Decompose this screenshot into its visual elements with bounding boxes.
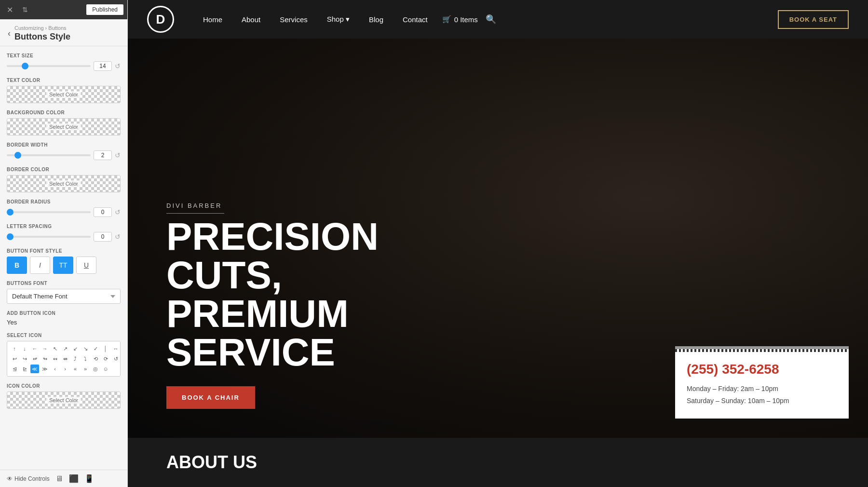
border-radius-value[interactable]: [94, 207, 112, 217]
border-width-slider[interactable]: [7, 154, 91, 156]
border-radius-slider[interactable]: [7, 211, 91, 213]
border-width-value[interactable]: [94, 150, 112, 160]
about-section: ABOUT US: [128, 438, 868, 487]
hero-cta-button[interactable]: BOOK A CHAIR: [166, 386, 255, 409]
icon-cell-3[interactable]: →: [41, 344, 49, 353]
cart-icon: 🛒: [442, 15, 451, 24]
icon-cell-33[interactable]: ›: [61, 365, 69, 373]
font-italic-button[interactable]: I: [30, 257, 50, 274]
font-underline-button[interactable]: U: [76, 257, 96, 274]
icon-cell-21[interactable]: ⤵: [81, 354, 90, 363]
font-tt-button[interactable]: TT: [53, 257, 73, 274]
bg-color-group: BACKGROUND COLOR Select Color: [7, 110, 121, 135]
border-width-row: ↺: [7, 150, 121, 160]
icon-cell-0[interactable]: ↑: [10, 344, 19, 353]
icon-cell-24[interactable]: ↺: [111, 354, 120, 363]
letter-spacing-reset[interactable]: ↺: [115, 233, 121, 241]
icon-cell-6[interactable]: ↙: [71, 344, 80, 353]
icon-cell-32[interactable]: ‹: [51, 365, 59, 373]
tablet-device-button[interactable]: ⬛: [69, 474, 79, 483]
select-icon-label: SELECT ICON: [7, 333, 121, 338]
border-color-group: BORDER COLOR Select Color: [7, 167, 121, 192]
hero-subtitle: DIVI BARBER: [166, 202, 224, 214]
bg-color-label: BACKGROUND COLOR: [7, 110, 121, 115]
icon-cell-7[interactable]: ↘: [81, 344, 90, 353]
nav-cart[interactable]: 🛒 0 Items: [442, 15, 478, 24]
border-radius-reset[interactable]: ↺: [115, 208, 121, 216]
close-button[interactable]: ✕: [4, 4, 15, 15]
icon-cell-10[interactable]: ↔: [111, 344, 120, 353]
nav-services[interactable]: Services: [270, 15, 317, 24]
add-button-icon-label: ADD BUTTON ICON: [7, 311, 121, 316]
icon-cell-37[interactable]: ☺: [101, 365, 110, 373]
nav-home[interactable]: Home: [193, 15, 232, 24]
border-radius-group: BORDER RADIUS ↺: [7, 199, 121, 217]
icon-cell-1[interactable]: ↓: [20, 344, 29, 353]
nav-links: Home About Services Shop ▾ Blog Contact …: [193, 14, 778, 25]
hide-controls-button[interactable]: 👁 Hide Controls: [7, 475, 50, 482]
icon-cell-29[interactable]: ⊵: [20, 365, 29, 373]
mobile-device-button[interactable]: 📱: [84, 474, 94, 483]
bg-color-placeholder: Select Color: [46, 123, 81, 130]
site-logo[interactable]: D: [147, 6, 174, 33]
icon-cell-35[interactable]: »: [81, 365, 90, 373]
nav-book-button[interactable]: BOOK A SEAT: [778, 10, 849, 29]
icon-cell-5[interactable]: ↗: [61, 344, 69, 353]
icon-cell-23[interactable]: ⟳: [101, 354, 110, 363]
text-size-value[interactable]: [94, 61, 112, 71]
nav-search[interactable]: 🔍: [486, 14, 496, 25]
info-card-body: (255) 352-6258 Monday – Friday: 2am – 10…: [675, 352, 849, 419]
letter-spacing-group: LETTER SPACING ↺: [7, 224, 121, 242]
icon-cell-9[interactable]: │: [101, 344, 110, 353]
text-color-swatch[interactable]: Select Color: [7, 86, 121, 103]
icon-cell-31[interactable]: ≫: [41, 365, 49, 373]
icon-cell-2[interactable]: ←: [30, 344, 39, 353]
nav-contact[interactable]: Contact: [393, 15, 437, 24]
icon-cell-8[interactable]: ✓: [91, 344, 100, 353]
icon-cell-30[interactable]: ≪: [30, 365, 39, 373]
icon-cell-36[interactable]: ◎: [91, 365, 100, 373]
icon-cell-14[interactable]: ↩: [10, 354, 19, 363]
panel-header-text: Customizing › Buttons Buttons Style: [14, 25, 70, 42]
letter-spacing-row: ↺: [7, 232, 121, 242]
desktop-device-button[interactable]: 🖥: [55, 474, 63, 483]
border-color-swatch[interactable]: Select Color: [7, 175, 121, 192]
text-size-reset[interactable]: ↺: [115, 62, 121, 70]
buttons-font-label: BUTTONS FONT: [7, 281, 121, 286]
icon-cell-20[interactable]: ⤴: [71, 354, 80, 363]
icon-cell-18[interactable]: ↭: [51, 354, 59, 363]
nav-blog[interactable]: Blog: [359, 15, 393, 24]
nav-about[interactable]: About: [232, 15, 270, 24]
buttons-font-select[interactable]: Default Theme Font Arial Georgia Verdana: [7, 289, 121, 304]
info-phone: (255) 352-6258: [687, 362, 837, 377]
letter-spacing-value[interactable]: [94, 232, 112, 242]
icon-cell-22[interactable]: ⟲: [91, 354, 100, 363]
border-color-label: BORDER COLOR: [7, 167, 121, 172]
info-card: (255) 352-6258 Monday – Friday: 2am – 10…: [675, 346, 849, 419]
icon-cell-15[interactable]: ↪: [20, 354, 29, 363]
eye-icon: 👁: [7, 475, 13, 482]
icon-cell-19[interactable]: ↮: [61, 354, 69, 363]
icon-cell-4[interactable]: ↖: [51, 344, 59, 353]
hide-controls-label: Hide Controls: [14, 475, 50, 482]
cart-count: 0 Items: [454, 15, 478, 24]
icon-cell-16[interactable]: ↫: [30, 354, 39, 363]
icon-cell-17[interactable]: ↬: [41, 354, 49, 363]
nav-shop[interactable]: Shop ▾: [317, 15, 359, 24]
border-width-reset[interactable]: ↺: [115, 151, 121, 159]
text-size-group: TEXT SIZE ↺: [7, 53, 121, 71]
controls-area: TEXT SIZE ↺ TEXT COLOR Select Color BACK…: [0, 46, 127, 470]
site-navigation: D Home About Services Shop ▾ Blog Contac…: [128, 0, 868, 39]
text-size-slider[interactable]: [7, 65, 91, 67]
back-button[interactable]: ‹: [8, 28, 11, 39]
letter-spacing-slider[interactable]: [7, 236, 91, 238]
swap-button[interactable]: ⇅: [19, 4, 31, 15]
icon-cell-28[interactable]: ⊴: [10, 365, 19, 373]
icon-color-label: ICON COLOR: [7, 383, 121, 389]
add-button-icon-group: ADD BUTTON ICON Yes: [7, 311, 121, 326]
published-button[interactable]: Published: [86, 4, 123, 15]
icon-cell-34[interactable]: «: [71, 365, 80, 373]
bg-color-swatch[interactable]: Select Color: [7, 118, 121, 135]
font-bold-button[interactable]: B: [7, 257, 27, 274]
icon-color-swatch[interactable]: Select Color: [7, 392, 121, 409]
